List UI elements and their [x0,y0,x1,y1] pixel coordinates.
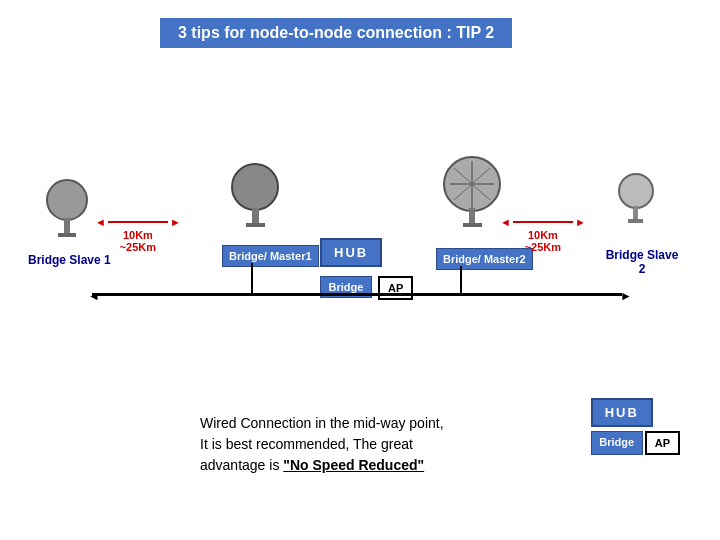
bridge-slave-2-label: Bridge Slave 2 [602,248,682,276]
ap-center-box: AP [378,276,413,300]
svg-point-0 [47,180,87,220]
svg-rect-15 [628,219,643,223]
arrow-right: ► [620,289,632,303]
ap-bottom-box: AP [645,431,680,455]
bridge-master1-antenna [228,163,283,232]
bridge-master2-antenna [440,156,505,232]
wired-connection-text: Wired Connection in the mid-way point, I… [200,413,540,476]
bridge-slave-2-antenna [615,173,657,232]
arrow-left: ◄ [88,289,100,303]
svg-rect-2 [58,233,76,237]
svg-rect-12 [463,223,482,227]
bridge-slave-1-label: Bridge Slave 1 [28,253,111,267]
distance-indicator-2: ◄ ► 10Km ~25Km [500,216,586,253]
bridge-bottom-box: Bridge [591,431,643,455]
distance-indicator-1: ◄ ► 10Km ~25Km [95,216,181,253]
hub-bottom-section: HUB Bridge AP [591,398,680,455]
bridge-master1-box: Bridge/ Master1 [222,245,319,267]
page-title: 3 tips for node-to-node connection : TIP… [160,18,512,48]
vertical-line-1 [251,263,253,293]
svg-point-13 [619,174,653,208]
bridge-slave-1-antenna [42,178,92,242]
vertical-line-2 [460,266,462,293]
svg-rect-14 [633,206,638,221]
hub-center: HUB [320,238,382,267]
svg-rect-5 [246,223,265,227]
svg-point-3 [232,164,278,210]
main-connection-line [92,293,622,296]
hub-bottom: HUB [591,398,653,427]
